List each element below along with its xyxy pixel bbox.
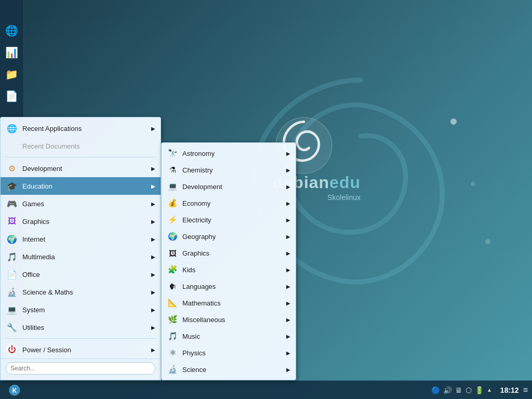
desktop: debianedu Skolelinux 🌐 📊 📁 📄 ◀ 🕐 ⏻ 🌐 Rec… xyxy=(0,0,532,399)
submenu-item-miscellaneous[interactable]: 🌿 Miscellaneous ▶ xyxy=(162,311,296,328)
submenu-label-music: Music xyxy=(182,332,286,340)
submenu-label-graphics: Graphics xyxy=(182,249,286,257)
main-menu: 🌐 Recent Applications ▶ Recent Documents… xyxy=(0,117,161,380)
menu-icon-system: 💻 xyxy=(6,303,18,316)
menu-arrow-office: ▶ xyxy=(151,272,155,277)
submenu-item-languages[interactable]: 🗣 Languages ▶ xyxy=(162,278,296,295)
submenu-icon-electricity: ⚡ xyxy=(167,214,178,225)
submenu-label-kids: Kids xyxy=(182,266,286,274)
menu-arrow-development: ▶ xyxy=(151,166,155,171)
submenu-icon-languages: 🗣 xyxy=(167,281,178,292)
search-input[interactable] xyxy=(6,362,155,375)
submenu-arrow-languages: ▶ xyxy=(286,284,290,289)
tray-up-arrow-icon[interactable]: ▲ xyxy=(487,387,492,393)
submenu-label-physics: Physics xyxy=(182,349,286,357)
sidebar-icon-globe[interactable]: 🌐 xyxy=(2,21,22,41)
menu-arrow-multimedia: ▶ xyxy=(151,254,155,260)
submenu-arrow-mathematics: ▶ xyxy=(286,300,290,306)
menu-item-development[interactable]: ⚙ Development ▶ xyxy=(1,159,161,177)
tray-display-icon[interactable]: 🖥 xyxy=(455,386,462,394)
taskbar: K 🔵 🔊 🖥 ⬡ 🔋 ▲ 18:12 ≡ xyxy=(0,380,532,399)
submenu-icon-geography: 🌍 xyxy=(167,231,178,242)
menu-item-office[interactable]: 📄 Office ▶ xyxy=(1,265,161,283)
submenu-item-economy[interactable]: 💰 Economy ▶ xyxy=(162,195,296,211)
submenu-item-development[interactable]: 💻 Development ▶ xyxy=(162,178,296,195)
education-submenu: 🔭 Astronomy ▶ ⚗ Chemistry ▶ 💻 Developmen… xyxy=(161,142,296,380)
menu-item-graphics[interactable]: 🖼 Graphics ▶ xyxy=(1,212,161,230)
submenu-item-kids[interactable]: 🧩 Kids ▶ xyxy=(162,261,296,278)
menu-icon-utilities: 🔧 xyxy=(6,321,18,334)
submenu-label-astronomy: Astronomy xyxy=(182,150,286,157)
menu-arrow-internet: ▶ xyxy=(151,236,155,242)
menu-icon-internet: 🌍 xyxy=(6,233,18,245)
menu-arrow-recent-apps: ▶ xyxy=(151,126,155,131)
kde-menu-button[interactable]: K xyxy=(4,382,25,398)
menu-label-graphics: Graphics xyxy=(22,218,151,225)
menu-container: 🌐 Recent Applications ▶ Recent Documents… xyxy=(0,117,296,380)
tray-battery-icon[interactable]: ⬡ xyxy=(466,386,472,394)
menu-arrow-system: ▶ xyxy=(151,307,155,313)
submenu-item-astronomy[interactable]: 🔭 Astronomy ▶ xyxy=(162,145,296,162)
tray-menu-icon[interactable]: ≡ xyxy=(523,385,528,395)
menu-label-utilities: Utilities xyxy=(22,324,151,331)
submenu-arrow-graphics: ▶ xyxy=(286,250,290,256)
menu-label-games: Games xyxy=(22,200,151,208)
menu-item-recent-docs: Recent Documents xyxy=(1,137,161,155)
menu-item-recent-apps[interactable]: 🌐 Recent Applications ▶ xyxy=(1,119,161,137)
menu-search-area xyxy=(1,358,161,378)
submenu-item-mathematics[interactable]: 📐 Mathematics ▶ xyxy=(162,295,296,311)
submenu-item-chemistry[interactable]: ⚗ Chemistry ▶ xyxy=(162,162,296,178)
submenu-arrow-miscellaneous: ▶ xyxy=(286,317,290,323)
menu-item-internet[interactable]: 🌍 Internet ▶ xyxy=(1,230,161,248)
menu-item-sciencemaths[interactable]: 🔬 Science & Maths ▶ xyxy=(1,283,161,301)
menu-item-power[interactable]: ⏻ Power / Session ▶ xyxy=(1,341,161,358)
submenu-label-miscellaneous: Miscellaneous xyxy=(182,316,286,324)
menu-item-utilities[interactable]: 🔧 Utilities ▶ xyxy=(1,318,161,336)
taskbar-right: 🔵 🔊 🖥 ⬡ 🔋 ▲ 18:12 ≡ xyxy=(431,385,528,395)
sidebar-icon-document[interactable]: 📄 xyxy=(2,86,22,106)
tray-volume-icon[interactable]: 🔊 xyxy=(443,386,452,394)
submenu-icon-development: 💻 xyxy=(167,181,178,192)
menu-item-system[interactable]: 💻 System ▶ xyxy=(1,301,161,318)
menu-icon-office: 📄 xyxy=(6,268,18,281)
menu-icon-sciencemaths: 🔬 xyxy=(6,286,18,298)
menu-icon-graphics: 🖼 xyxy=(6,215,18,228)
menu-arrow-education: ▶ xyxy=(151,183,155,189)
submenu-arrow-kids: ▶ xyxy=(286,267,290,273)
system-tray: 🔵 🔊 🖥 ⬡ 🔋 ▲ xyxy=(431,386,492,394)
submenu-icon-economy: 💰 xyxy=(167,197,178,209)
submenu-arrow-development: ▶ xyxy=(286,184,290,190)
submenu-item-science[interactable]: 🔬 Science ▶ xyxy=(162,361,296,378)
menu-label-recent-apps: Recent Applications xyxy=(22,125,151,132)
submenu-arrow-music: ▶ xyxy=(286,334,290,339)
menu-icon-games: 🎮 xyxy=(6,197,18,210)
tray-network-icon[interactable]: 🔵 xyxy=(431,386,440,394)
submenu-icon-astronomy: 🔭 xyxy=(167,148,178,159)
svg-text:K: K xyxy=(12,387,17,394)
submenu-item-music[interactable]: 🎵 Music ▶ xyxy=(162,328,296,344)
submenu-icon-kids: 🧩 xyxy=(167,264,178,275)
menu-item-education[interactable]: 🎓 Education ▶ xyxy=(1,177,161,195)
menu-icon-education: 🎓 xyxy=(6,180,18,192)
submenu-icon-physics: ⚛ xyxy=(167,347,178,358)
submenu-arrow-astronomy: ▶ xyxy=(286,151,290,156)
submenu-icon-mathematics: 📐 xyxy=(167,297,178,309)
submenu-item-geography[interactable]: 🌍 Geography ▶ xyxy=(162,228,296,245)
sidebar-icon-display[interactable]: 📊 xyxy=(2,43,22,62)
kde-logo-icon: K xyxy=(9,384,20,396)
submenu-icon-chemistry: ⚗ xyxy=(167,164,178,176)
submenu-item-physics[interactable]: ⚛ Physics ▶ xyxy=(162,344,296,361)
menu-label-sciencemaths: Science & Maths xyxy=(22,288,151,296)
submenu-icon-graphics: 🖼 xyxy=(167,247,178,259)
submenu-item-electricity[interactable]: ⚡ Electricity ▶ xyxy=(162,211,296,228)
menu-arrow-games: ▶ xyxy=(151,201,155,207)
submenu-item-graphics[interactable]: 🖼 Graphics ▶ xyxy=(162,245,296,261)
submenu-label-geography: Geography xyxy=(182,233,286,241)
tray-power-icon[interactable]: 🔋 xyxy=(475,386,484,394)
sidebar-icon-folder[interactable]: 📁 xyxy=(2,64,22,84)
menu-item-games[interactable]: 🎮 Games ▶ xyxy=(1,195,161,212)
menu-item-multimedia[interactable]: 🎵 Multimedia ▶ xyxy=(1,248,161,265)
menu-label-development: Development xyxy=(22,165,151,172)
menu-label-multimedia: Multimedia xyxy=(22,253,151,261)
submenu-label-mathematics: Mathematics xyxy=(182,299,286,307)
